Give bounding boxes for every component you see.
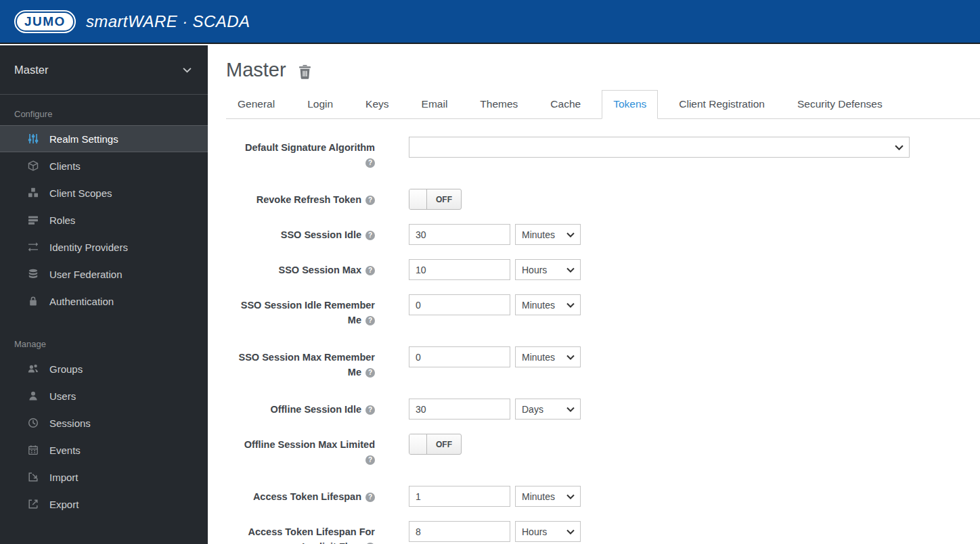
sidebar-item-user-federation[interactable]: User Federation [0,260,208,288]
access-token-lifespan-implicit-flow-unit-select[interactable]: Hours [515,521,581,542]
sso-session-idle-remember-me-input[interactable] [409,294,510,315]
tab-tokens[interactable]: Tokens [602,90,658,119]
help-icon[interactable]: ? [365,316,375,325]
sso-session-idle-remember-me-unit-select[interactable]: Minutes [515,294,581,315]
toggle-state-label: OFF [427,189,461,209]
sidebar-item-label: Groups [49,363,83,375]
help-icon[interactable]: ? [365,231,375,240]
sso-session-max-unit-select[interactable]: Hours [515,259,581,280]
chevron-down-icon [895,144,904,150]
field-label: SSO Session Max Remember Me? [226,346,375,380]
field-label: SSO Session Max? [226,259,375,280]
database-icon [27,269,39,279]
offline-session-idle-unit-select[interactable]: Days [515,399,581,420]
sliders-icon [27,133,39,144]
field-label: Default Signature Algorithm ? [226,137,375,170]
lock-icon [27,296,39,307]
offline-session-idle-input[interactable] [409,399,510,420]
import-icon [27,472,39,482]
section-label-configure: Configure [14,109,208,119]
access-token-lifespan-input[interactable] [409,486,510,507]
tab-email[interactable]: Email [410,90,460,119]
access-token-lifespan-unit-select[interactable]: Minutes [515,486,581,507]
revoke-refresh-token-toggle[interactable]: OFF [409,189,462,210]
field-label: Access Token Lifespan? [226,486,375,507]
toggle-handle [409,189,427,209]
help-icon[interactable]: ? [365,368,375,378]
field-label: SSO Session Idle Remember Me? [226,294,375,327]
sidebar-item-label: Roles [49,214,75,226]
tab-cache[interactable]: Cache [539,90,592,119]
form-row-sso-session-idle: SSO Session Idle? Minutes [226,224,980,245]
help-icon[interactable]: ? [365,455,375,465]
tokens-form: Default Signature Algorithm ? Revoke Ref… [226,137,980,544]
sidebar-item-sessions[interactable]: Sessions [0,409,208,436]
tab-login[interactable]: Login [296,90,344,119]
calendar-icon [27,445,39,455]
list-icon [27,214,39,225]
tab-client-registration[interactable]: Client Registration [667,90,776,119]
default-signature-algorithm-select[interactable] [409,137,910,158]
tab-bar: General Login Keys Email Themes Cache To… [226,90,980,119]
sidebar-item-label: Clients [49,160,81,172]
clock-icon [27,417,39,428]
realm-selector[interactable]: Master [0,45,208,95]
toggle-handle [409,434,427,454]
help-icon[interactable]: ? [365,493,375,502]
sidebar-item-label: User Federation [49,269,122,280]
realm-selector-label: Master [14,64,48,76]
sidebar-item-users[interactable]: Users [0,382,208,409]
tab-general[interactable]: General [226,90,286,119]
sidebar-item-label: Identity Providers [49,242,128,253]
exchange-icon [27,242,39,252]
sidebar-item-export[interactable]: Export [0,491,208,518]
jumo-logo-text: JUMO [17,13,73,30]
sidebar: Master Configure Realm Settings Clients … [0,45,208,544]
sso-session-idle-unit-select[interactable]: Minutes [515,224,581,245]
sso-session-max-input[interactable] [409,259,510,280]
groups-icon [27,363,39,374]
sidebar-item-authentication[interactable]: Authentication [0,288,208,315]
toggle-state-label: OFF [427,434,461,454]
field-label: Offline Session Max Limited ? [226,434,375,467]
chevron-down-icon [183,67,192,73]
chevron-down-icon [566,302,575,308]
sidebar-item-client-scopes[interactable]: Client Scopes [0,179,208,206]
user-icon [27,390,39,401]
sidebar-item-roles[interactable]: Roles [0,206,208,233]
form-row-offline-session-idle: Offline Session Idle? Days [226,399,980,420]
sidebar-item-label: Import [49,472,79,483]
form-row-revoke-refresh-token: Revoke Refresh Token? OFF [226,189,980,210]
help-icon[interactable]: ? [365,405,375,415]
chevron-down-icon [566,232,575,237]
sso-session-max-remember-me-unit-select[interactable]: Minutes [515,346,581,367]
help-icon[interactable]: ? [365,266,375,275]
tab-themes[interactable]: Themes [468,90,529,119]
jumo-logo[interactable]: JUMO [14,10,76,33]
tab-keys[interactable]: Keys [354,90,400,119]
cube-icon [27,160,39,171]
title-row: Master [226,59,980,81]
access-token-lifespan-implicit-flow-input[interactable] [409,521,510,542]
sidebar-item-identity-providers[interactable]: Identity Providers [0,233,208,260]
sidebar-item-label: Export [49,499,79,510]
chevron-down-icon [566,529,575,535]
delete-realm-button[interactable] [298,64,311,79]
sidebar-item-events[interactable]: Events [0,436,208,463]
sso-session-max-remember-me-input[interactable] [409,346,510,367]
field-label: Access Token Lifespan For Implicit Flow? [226,521,375,544]
help-icon[interactable]: ? [365,158,375,168]
tab-security-defenses[interactable]: Security Defenses [786,90,894,119]
offline-session-max-limited-toggle[interactable]: OFF [409,434,462,455]
form-row-sso-session-idle-remember-me: SSO Session Idle Remember Me? Minutes [226,294,980,327]
sidebar-item-import[interactable]: Import [0,463,208,491]
cubes-icon [27,187,39,198]
sidebar-item-clients[interactable]: Clients [0,152,208,179]
sso-session-idle-input[interactable] [409,224,510,245]
sidebar-item-groups[interactable]: Groups [0,355,208,382]
form-row-sso-session-max: SSO Session Max? Hours [226,259,980,280]
brand-title: smartWARE · SCADA [86,12,250,31]
sidebar-item-label: Client Scopes [49,187,112,199]
sidebar-item-realm-settings[interactable]: Realm Settings [0,125,208,152]
help-icon[interactable]: ? [365,196,375,205]
